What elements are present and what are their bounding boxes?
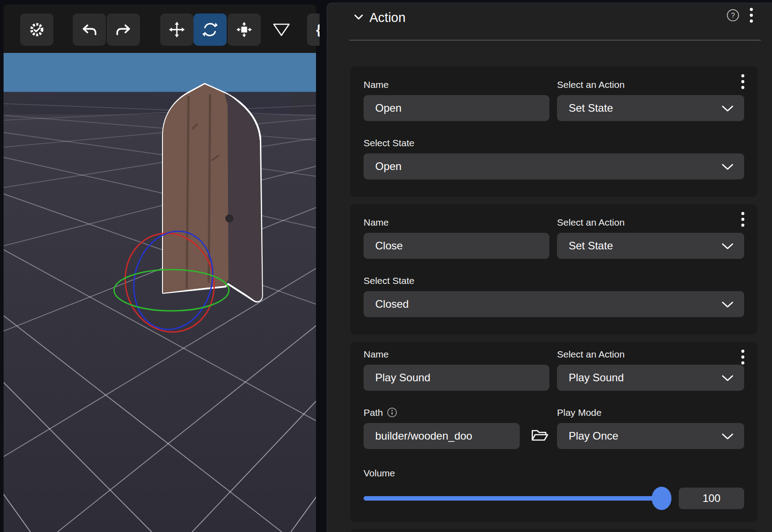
chevron-down-icon — [722, 433, 733, 440]
chevron-down-icon — [722, 301, 733, 308]
badge-check-icon — [29, 22, 44, 37]
move-tool-button[interactable] — [160, 13, 193, 46]
action-select-value: Set State — [569, 102, 613, 114]
state-label: Select State — [364, 276, 744, 285]
scene-render — [4, 53, 316, 532]
state-select[interactable]: Closed — [364, 291, 744, 317]
svg-text:?: ? — [731, 12, 735, 19]
name-input[interactable]: Open — [364, 95, 549, 121]
action-card-open: Name Open Select an Action Set State Sel… — [350, 66, 758, 197]
panel-title: Action — [369, 10, 406, 25]
volume-value-input[interactable]: 100 — [679, 488, 744, 509]
folder-open-icon — [531, 427, 548, 444]
header-divider — [349, 40, 761, 40]
triangle-down-icon — [272, 22, 291, 38]
info-icon[interactable] — [387, 407, 397, 418]
panel-header: Action ? — [327, 3, 772, 40]
name-label: Name — [364, 80, 549, 89]
help-icon[interactable]: ? — [726, 9, 740, 22]
state-select-value: Closed — [375, 298, 409, 310]
card-kebab-menu-icon[interactable] — [737, 73, 749, 91]
action-card-partial — [350, 529, 758, 532]
chevron-down-icon — [722, 105, 733, 112]
viewport-toolbar — [4, 4, 316, 53]
name-input[interactable]: Play Sound — [364, 365, 549, 391]
play-mode-label: Play Mode — [557, 408, 744, 417]
play-mode-value: Play Once — [569, 430, 618, 442]
scene-canvas[interactable] — [4, 53, 316, 532]
redo-icon — [116, 22, 131, 37]
redo-button[interactable] — [107, 13, 140, 46]
path-input[interactable]: builder/wooden_doo — [364, 423, 520, 449]
rotate-tool-button[interactable] — [193, 13, 227, 46]
action-select[interactable]: Play Sound — [557, 365, 744, 391]
undo-button[interactable] — [73, 13, 106, 46]
play-mode-select[interactable]: Play Once — [557, 423, 744, 449]
chevron-down-icon — [722, 164, 733, 170]
3d-viewport[interactable] — [4, 4, 316, 532]
move-icon — [169, 22, 185, 38]
action-label: Select an Action — [557, 80, 744, 89]
panel-kebab-menu-icon[interactable] — [745, 6, 758, 26]
name-label: Name — [364, 218, 549, 227]
scale-tool-button[interactable] — [228, 13, 261, 46]
volume-slider-track[interactable] — [364, 496, 669, 501]
name-label: Name — [364, 349, 549, 359]
state-label: Select State — [364, 138, 744, 148]
collapse-chevron-icon[interactable] — [352, 12, 365, 23]
code-brace-tab[interactable]: { — [307, 13, 320, 46]
floor-grid — [4, 92, 316, 532]
action-label: Select an Action — [557, 349, 744, 359]
chevron-down-icon — [722, 375, 733, 381]
rotate-icon — [202, 22, 218, 38]
brace-glyph: { — [316, 22, 320, 37]
badge-check-button[interactable] — [20, 13, 53, 46]
action-select[interactable]: Set State — [557, 95, 744, 121]
undo-icon — [82, 22, 97, 37]
scale-icon — [236, 22, 252, 38]
door-knob — [225, 214, 233, 222]
volume-slider-thumb[interactable] — [652, 487, 671, 510]
volume-label: Volume — [364, 468, 744, 478]
app-window: { Action ? — [0, 0, 772, 532]
action-label: Select an Action — [557, 218, 744, 227]
action-panel: Action ? Name Open — [327, 3, 772, 532]
action-card-play-sound: Name Play Sound Select an Action Play So… — [350, 342, 758, 522]
state-select[interactable]: Open — [364, 153, 744, 179]
path-label-row: Path — [364, 408, 549, 417]
path-label: Path — [364, 408, 383, 417]
action-select-value: Play Sound — [569, 371, 624, 384]
card-kebab-menu-icon[interactable] — [737, 348, 749, 366]
action-select[interactable]: Set State — [557, 233, 744, 259]
state-select-value: Open — [375, 160, 402, 173]
chevron-down-icon — [722, 243, 733, 249]
action-select-value: Set State — [569, 240, 613, 252]
card-kebab-menu-icon[interactable] — [737, 210, 749, 228]
volume-slider[interactable] — [364, 487, 669, 510]
browse-folder-button[interactable] — [531, 427, 548, 445]
action-card-close: Name Close Select an Action Set State Se… — [350, 204, 758, 335]
name-input[interactable]: Close — [364, 233, 549, 259]
triangle-down-button[interactable] — [272, 22, 291, 39]
